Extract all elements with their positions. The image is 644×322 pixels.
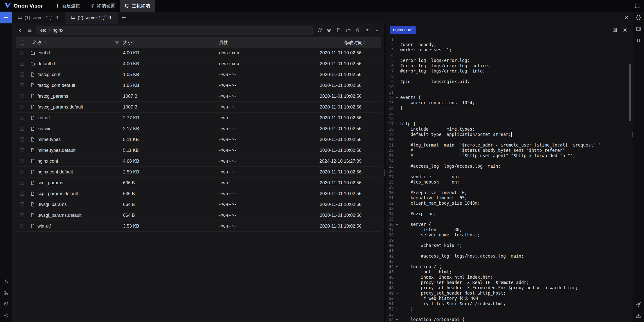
back-button[interactable] (16, 26, 24, 34)
file-name[interactable]: fastcgi_params (37, 94, 68, 99)
filter-icon[interactable] (115, 41, 123, 45)
code-line[interactable]: 6#error_log logs/error.log notice; (386, 63, 633, 68)
fold-icon[interactable] (394, 264, 400, 269)
row-checkbox[interactable] (20, 137, 24, 141)
column-header-attrs[interactable]: 属性 (219, 40, 228, 46)
code-line[interactable]: 32 client_max_body_size 1048m; (386, 201, 633, 206)
code-line[interactable]: 25 #access_log logs/access.log main; (386, 164, 633, 169)
close-all-button[interactable] (620, 12, 633, 23)
file-name[interactable]: koi-win (37, 126, 52, 131)
file-name[interactable]: default.d (37, 61, 55, 66)
code-line[interactable]: 20 (386, 137, 633, 142)
save-file-button[interactable] (611, 26, 619, 34)
table-row[interactable]: fastcgi.conf.default1.05 KB-rw-r--r--202… (16, 80, 381, 91)
row-checkbox[interactable] (20, 94, 24, 98)
fold-icon[interactable] (394, 291, 400, 296)
table-row[interactable]: default.d4.00 KBdrwxr-xr-x2020-11-01 10:… (16, 58, 381, 69)
file-name[interactable]: uwsgi_params.default (37, 213, 82, 218)
row-checkbox[interactable] (20, 192, 24, 196)
breadcrumb-segment[interactable]: nginx (53, 28, 63, 33)
row-checkbox[interactable] (20, 116, 24, 120)
row-checkbox[interactable] (20, 148, 24, 152)
theme-button[interactable] (4, 302, 9, 307)
select-all-checkbox[interactable] (20, 41, 24, 45)
fold-icon[interactable] (394, 306, 400, 312)
file-name[interactable]: koi-utf (37, 115, 50, 121)
open-file-tab[interactable]: nginx.conf (390, 26, 416, 34)
toggle-hidden-button[interactable] (325, 26, 333, 34)
code-line[interactable]: 11 (386, 90, 633, 95)
code-line[interactable]: 23 # '"$http_user_agent" "$http_x_forwar… (386, 153, 633, 158)
add-tab-button[interactable] (118, 12, 130, 23)
row-checkbox[interactable] (20, 127, 24, 131)
code-line[interactable]: 12events { (386, 95, 633, 100)
fullscreen-button[interactable] (630, 0, 644, 12)
code-line[interactable]: 51 try_files $uri $uri/ /index.html; (386, 301, 633, 306)
close-editor-button[interactable] (621, 26, 629, 34)
row-checkbox[interactable] (20, 105, 24, 109)
table-row[interactable]: fastcgi_params.default1007 B-rw-r--r--20… (16, 102, 381, 113)
fold-icon[interactable] (394, 222, 400, 227)
shortcut-button[interactable] (4, 290, 9, 295)
user-button[interactable] (4, 279, 9, 284)
code-line[interactable]: 50 # web history 模式 404 (386, 296, 633, 301)
code-line[interactable]: 54 location /orion/api { (386, 317, 633, 322)
code-line[interactable]: 19 default_type application/octet-stream… (386, 132, 633, 137)
code-line[interactable]: 53 (386, 312, 633, 317)
column-header-mtime[interactable]: 修改时间 (344, 40, 363, 46)
code-line[interactable]: 35 (386, 217, 633, 222)
file-name[interactable]: conf.d (37, 50, 50, 56)
row-checkbox[interactable] (20, 202, 24, 206)
file-name[interactable]: fastcgi_params.default (37, 104, 83, 110)
row-checkbox[interactable] (20, 159, 24, 163)
fold-icon[interactable] (394, 317, 400, 322)
swap-panel-button[interactable] (636, 38, 641, 43)
code-line[interactable]: 39 (386, 238, 633, 243)
editor-scrollbar-thumb[interactable] (629, 64, 631, 121)
new-file-button[interactable] (334, 26, 343, 34)
tab-server-2[interactable]: (2) server-生产-1 (65, 12, 118, 23)
code-line[interactable]: 38 server_name localhost; (386, 232, 633, 238)
file-name[interactable]: scgi_params (37, 180, 63, 186)
column-header-name[interactable]: 名称 (32, 40, 42, 46)
code-line[interactable]: 16 (386, 116, 633, 121)
send-command-button[interactable] (636, 302, 641, 307)
code-editor[interactable]: 12#user nobody;3worker_processes 1;45#er… (386, 37, 633, 322)
code-line[interactable]: 7#error_log logs/error.log info; (386, 68, 633, 74)
table-row[interactable]: mime.types.default5.11 KB-rw-r--r--2020-… (16, 145, 381, 156)
snippets-button[interactable]: {} (636, 15, 641, 20)
table-row[interactable]: mime.types5.11 KB-rw-r--r--2020-11-01 10… (16, 134, 381, 145)
code-line[interactable]: 14} (386, 105, 633, 111)
menu-new-connection[interactable]: 新建连接 (50, 0, 85, 12)
code-line[interactable]: 33 (386, 206, 633, 211)
column-header-size[interactable]: 大小 (123, 40, 132, 46)
sort-icon[interactable] (133, 41, 135, 44)
table-row[interactable]: scgi_params636 B-rw-r--r--2020-11-01 10:… (16, 177, 381, 188)
code-line[interactable]: 21 #log_format main '$remote_addr - $rem… (386, 142, 633, 148)
file-name[interactable]: nginx.conf (37, 159, 58, 164)
code-line[interactable]: 26 (386, 169, 633, 174)
app-logo[interactable]: Orion Visor (0, 0, 50, 12)
code-line[interactable]: 24 (386, 158, 633, 164)
code-line[interactable]: 34 #gzip on; (386, 211, 633, 217)
table-row[interactable]: uwsgi_params.default664 B-rw-r--r--2020-… (16, 210, 381, 221)
new-folder-button[interactable] (344, 26, 352, 34)
code-line[interactable]: 3worker_processes 1; (386, 47, 633, 53)
file-name[interactable]: mime.types (37, 137, 61, 142)
code-line[interactable]: 36 server { (386, 222, 633, 227)
row-checkbox[interactable] (20, 73, 24, 77)
table-row[interactable]: scgi_params.default636 B-rw-r--r--2020-1… (16, 188, 381, 199)
sort-icon[interactable] (363, 41, 366, 44)
new-connection-button[interactable] (0, 12, 12, 23)
menu-terminal-settings[interactable]: 终端设置 (85, 0, 120, 12)
import-button[interactable] (636, 313, 641, 318)
download-button[interactable] (373, 26, 381, 34)
code-line[interactable]: 27 sendfile on; (386, 174, 633, 180)
file-name[interactable]: mime.types.default (37, 148, 75, 153)
file-name[interactable]: fastcgi.conf (37, 72, 60, 77)
code-line[interactable]: 9#pid logs/nginx.pid; (386, 79, 633, 84)
file-name[interactable]: win-utf (37, 224, 51, 229)
split-panel-button[interactable] (636, 26, 641, 31)
code-line[interactable]: 37 listen 80; (386, 227, 633, 232)
row-checkbox[interactable] (20, 83, 24, 87)
